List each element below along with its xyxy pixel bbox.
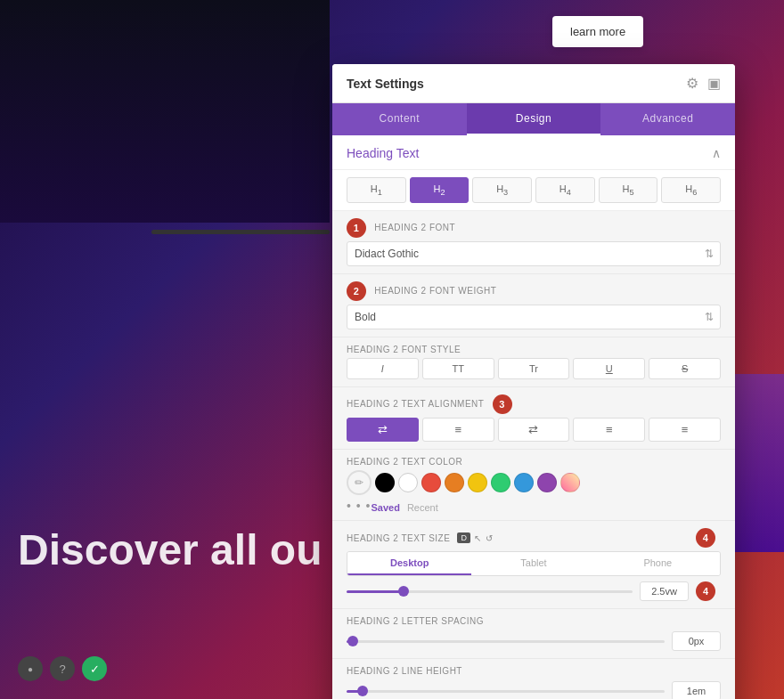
bottom-icons: ● ? ✓ bbox=[18, 656, 107, 681]
circle-icon-1[interactable]: ● bbox=[18, 656, 43, 681]
font-style-label: Heading 2 Font Style bbox=[347, 345, 721, 354]
text-size-label-text: Heading 2 Text Size bbox=[347, 533, 450, 543]
h6-button[interactable]: H6 bbox=[661, 177, 721, 203]
chevron-up-icon: ∧ bbox=[712, 146, 721, 160]
letter-spacing-value[interactable]: 0px bbox=[672, 631, 721, 651]
responsive-icons: D ↖ ↺ bbox=[457, 532, 493, 543]
panel-header: Text Settings ⚙ ▣ bbox=[332, 64, 735, 103]
h1-button[interactable]: H1 bbox=[347, 177, 406, 203]
settings-icon[interactable]: ⚙ bbox=[686, 75, 698, 92]
more-colors-button[interactable]: • • • bbox=[347, 499, 371, 513]
responsive-tabs: Desktop Tablet Phone bbox=[347, 551, 721, 576]
check-button[interactable]: ✓ bbox=[82, 656, 107, 681]
badge-4: 4 bbox=[696, 528, 715, 548]
question-button[interactable]: ? bbox=[50, 656, 75, 681]
dark-overlay bbox=[0, 0, 330, 223]
align-right-button[interactable]: ⇄ bbox=[498, 418, 570, 442]
columns-icon[interactable]: ▣ bbox=[707, 75, 721, 92]
text-align-setting-row: Heading 2 Text Alignment 3 ⇄ ≡ ⇄ ≡ ≡ bbox=[332, 387, 735, 450]
italic-button[interactable]: I bbox=[347, 358, 419, 379]
underline-button[interactable]: U bbox=[573, 358, 645, 379]
font-weight-setting-row: 2 Heading 2 Font Weight Bold bbox=[332, 274, 735, 337]
panel-title: Text Settings bbox=[347, 77, 424, 91]
reset-icon[interactable]: ↺ bbox=[486, 533, 494, 543]
font-setting-row: 1 Heading 2 Font Didact Gothic bbox=[332, 211, 735, 274]
font-weight-label-text: Heading 2 Font Weight bbox=[374, 286, 496, 296]
tab-content[interactable]: Content bbox=[332, 103, 467, 135]
color-black[interactable] bbox=[375, 473, 395, 492]
text-size-slider-row: 2.5vw 4 bbox=[347, 581, 721, 601]
font-style-setting-row: Heading 2 Font Style I TT Tr U S bbox=[332, 337, 735, 387]
capitalize-button[interactable]: Tr bbox=[498, 358, 570, 379]
tablet-tab[interactable]: Tablet bbox=[471, 552, 595, 575]
tab-advanced[interactable]: Advanced bbox=[600, 103, 735, 135]
tab-bar: Content Design Advanced bbox=[332, 103, 735, 135]
color-white[interactable] bbox=[398, 473, 418, 492]
uppercase-button[interactable]: TT bbox=[422, 358, 494, 379]
color-yellow[interactable] bbox=[468, 473, 487, 492]
font-select[interactable]: Didact Gothic bbox=[347, 241, 721, 266]
tab-design[interactable]: Design bbox=[467, 103, 601, 135]
line-height-slider[interactable] bbox=[347, 690, 665, 693]
text-align-label-text: Heading 2 Text Alignment bbox=[347, 399, 484, 409]
text-align-label: Heading 2 Text Alignment 3 bbox=[347, 394, 721, 414]
line-height-thumb bbox=[357, 686, 368, 696]
text-settings-panel: Text Settings ⚙ ▣ Content Design Advance… bbox=[332, 64, 735, 699]
color-blue[interactable] bbox=[514, 473, 534, 492]
learn-more-button[interactable]: learn more bbox=[552, 16, 643, 47]
badge-1: 1 bbox=[347, 218, 366, 238]
letter-spacing-thumb bbox=[347, 636, 358, 646]
heading-text-row[interactable]: Heading Text ∧ bbox=[332, 135, 735, 170]
letter-spacing-setting-row: Heading 2 Letter Spacing 0px bbox=[332, 609, 735, 659]
line-height-label: Heading 2 Line Height bbox=[347, 666, 721, 676]
color-tabs: Saved Recent bbox=[371, 502, 437, 513]
text-color-label: Heading 2 Text Color bbox=[347, 457, 721, 467]
align-left-button[interactable]: ⇄ bbox=[347, 418, 419, 442]
line-height-slider-row: 1em bbox=[347, 681, 721, 699]
font-label-text: Heading 2 Font bbox=[374, 223, 455, 232]
text-size-label: Heading 2 Text Size D ↖ ↺ 4 bbox=[347, 528, 721, 548]
align-justify2-button[interactable]: ≡ bbox=[649, 418, 721, 442]
heading-level-buttons: H1 H2 H3 H4 H5 H6 bbox=[332, 170, 735, 211]
desktop-tab[interactable]: Desktop bbox=[347, 552, 471, 575]
color-orange[interactable] bbox=[445, 473, 464, 492]
recent-colors-tab[interactable]: Recent bbox=[407, 502, 438, 513]
h2-button[interactable]: H2 bbox=[410, 177, 470, 203]
cursor-icon: ↖ bbox=[474, 533, 482, 543]
align-justify-button[interactable]: ≡ bbox=[573, 418, 645, 442]
font-weight-setting-label: 2 Heading 2 Font Weight bbox=[347, 281, 721, 301]
color-swatches-row: ✏ bbox=[347, 470, 721, 495]
align-center-button[interactable]: ≡ bbox=[422, 418, 494, 442]
heading-text-label: Heading Text bbox=[347, 146, 419, 160]
color-green[interactable] bbox=[491, 473, 510, 492]
phone-tab[interactable]: Phone bbox=[596, 552, 720, 575]
color-picker-button[interactable]: ✏ bbox=[347, 470, 372, 495]
font-select-wrapper: Didact Gothic bbox=[347, 241, 721, 266]
desktop-icon-small[interactable]: D bbox=[457, 532, 470, 543]
badge-2: 2 bbox=[347, 281, 366, 301]
color-gradient[interactable] bbox=[560, 473, 580, 492]
horizontal-bar bbox=[151, 230, 330, 234]
saved-colors-tab[interactable]: Saved bbox=[371, 502, 399, 513]
text-size-slider[interactable] bbox=[347, 590, 633, 593]
letter-spacing-slider[interactable] bbox=[347, 640, 665, 643]
line-height-setting-row: Heading 2 Line Height 1em bbox=[332, 659, 735, 699]
font-weight-select-wrapper: Bold bbox=[347, 305, 721, 329]
text-size-value[interactable]: 2.5vw bbox=[640, 581, 689, 601]
color-purple[interactable] bbox=[537, 473, 557, 492]
line-height-value[interactable]: 1em bbox=[672, 681, 721, 699]
h3-button[interactable]: H3 bbox=[472, 177, 532, 203]
font-weight-select[interactable]: Bold bbox=[347, 305, 721, 329]
font-setting-label: 1 Heading 2 Font bbox=[347, 218, 721, 238]
letter-spacing-slider-row: 0px bbox=[347, 631, 721, 651]
settings-body: 1 Heading 2 Font Didact Gothic 2 Heading… bbox=[332, 211, 735, 699]
h5-button[interactable]: H5 bbox=[599, 177, 658, 203]
color-red[interactable] bbox=[421, 473, 441, 492]
badge-3: 3 bbox=[493, 394, 512, 414]
badge-4-inline: 4 bbox=[696, 581, 715, 601]
text-color-setting-row: Heading 2 Text Color ✏ • • • Saved Recen… bbox=[332, 450, 735, 521]
h4-button[interactable]: H4 bbox=[535, 177, 595, 203]
text-size-thumb bbox=[398, 586, 409, 597]
text-size-setting-row: Heading 2 Text Size D ↖ ↺ 4 Desktop Tabl… bbox=[332, 521, 735, 609]
strikethrough-button[interactable]: S bbox=[649, 358, 721, 379]
